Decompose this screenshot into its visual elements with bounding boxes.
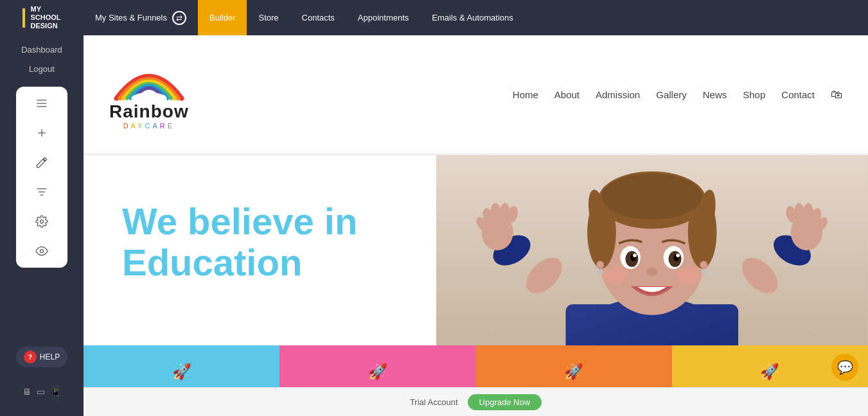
swap-icon: ⇄ bbox=[172, 11, 186, 25]
mobile-icon[interactable]: 📱 bbox=[50, 386, 61, 397]
rainbow-logo-image bbox=[111, 60, 188, 101]
site-header: Rainbow DAYCARE Home About Admission Gal… bbox=[84, 35, 868, 154]
app-logo-text: MYSCHOOLDESIGN bbox=[31, 5, 61, 31]
hero-headline: We believe in Education bbox=[122, 201, 357, 283]
site-nav-shop[interactable]: Shop bbox=[743, 89, 765, 100]
nav-contacts[interactable]: Contacts bbox=[290, 0, 346, 35]
rocket-icon-1: 🚀 bbox=[172, 363, 191, 381]
nav-store-label: Store bbox=[258, 13, 278, 22]
hero-headline-line2: Education bbox=[122, 241, 302, 283]
site-nav-news[interactable]: News bbox=[703, 89, 727, 100]
nav-store[interactable]: Store bbox=[247, 0, 290, 35]
device-switcher: 🖥 ▭ 📱 bbox=[16, 380, 67, 403]
svg-point-44 bbox=[633, 254, 637, 257]
tool-panel bbox=[16, 87, 67, 268]
left-sidebar: Dashboard Logout bbox=[0, 35, 84, 416]
svg-point-50 bbox=[598, 269, 603, 275]
site-nav-gallery[interactable]: Gallery bbox=[656, 89, 687, 100]
site-navigation: Home About Admission Gallery News Shop C… bbox=[513, 88, 842, 101]
svg-point-8 bbox=[40, 220, 44, 223]
hero-headline-line1: We believe in bbox=[122, 200, 357, 242]
svg-point-48 bbox=[677, 267, 702, 284]
app-logo: MYSCHOOLDESIGN bbox=[0, 0, 84, 35]
help-button[interactable]: ? HELP bbox=[16, 347, 67, 367]
brand-name: Rainbow bbox=[109, 101, 189, 122]
tablet-icon[interactable]: ▭ bbox=[37, 386, 45, 397]
chat-icon: 💬 bbox=[837, 360, 853, 375]
child-illustration bbox=[436, 155, 868, 345]
upgrade-button[interactable]: Upgrade Now bbox=[468, 394, 542, 410]
site-nav-admission[interactable]: Admission bbox=[596, 89, 640, 100]
rocket-icon-3: 🚀 bbox=[564, 363, 583, 381]
add-icon[interactable] bbox=[33, 124, 51, 142]
svg-point-49 bbox=[597, 261, 604, 268]
hero-text: We believe in Education bbox=[122, 201, 357, 283]
rocket-icon-4: 🚀 bbox=[760, 363, 779, 381]
nav-emails[interactable]: Emails & Automations bbox=[420, 0, 524, 35]
main-layout: Dashboard Logout bbox=[0, 35, 868, 416]
nav-contacts-label: Contacts bbox=[302, 13, 335, 22]
nav-appointments[interactable]: Appointments bbox=[346, 0, 421, 35]
desktop-icon[interactable]: 🖥 bbox=[22, 386, 31, 397]
svg-point-46 bbox=[646, 268, 658, 276]
svg-point-47 bbox=[602, 267, 628, 284]
chat-bubble[interactable]: 💬 bbox=[831, 354, 858, 381]
preview-icon[interactable] bbox=[33, 242, 51, 260]
status-bar: Trial Account Upgrade Now bbox=[84, 387, 868, 416]
filter-icon[interactable] bbox=[33, 183, 51, 201]
hero-image bbox=[436, 155, 868, 345]
help-icon: ? bbox=[24, 351, 37, 363]
nav-emails-label: Emails & Automations bbox=[432, 13, 513, 22]
canvas-area: Rainbow DAYCARE Home About Admission Gal… bbox=[84, 35, 868, 416]
site-logo: Rainbow DAYCARE bbox=[109, 60, 189, 130]
help-label: HELP bbox=[40, 352, 60, 361]
top-navigation-bar: MYSCHOOLDESIGN My Sites & Funnels ⇄ Buil… bbox=[0, 0, 868, 35]
settings-icon[interactable] bbox=[33, 212, 51, 230]
logout-link[interactable]: Logout bbox=[26, 61, 58, 77]
svg-point-52 bbox=[701, 269, 707, 275]
nav-builder-label: Builder bbox=[209, 13, 235, 22]
svg-point-9 bbox=[40, 250, 44, 253]
site-nav-home[interactable]: Home bbox=[513, 89, 538, 100]
top-nav-items: My Sites & Funnels ⇄ Builder Store Conta… bbox=[84, 0, 868, 35]
nav-my-sites-label: My Sites & Funnels bbox=[95, 13, 167, 22]
trial-label: Trial Account bbox=[410, 397, 458, 407]
svg-point-35 bbox=[602, 173, 703, 220]
site-nav-about[interactable]: About bbox=[554, 89, 580, 100]
svg-point-51 bbox=[700, 261, 707, 268]
menu-icon[interactable] bbox=[33, 94, 51, 112]
edit-icon[interactable] bbox=[33, 153, 51, 171]
hero-section: We believe in Education bbox=[84, 155, 868, 345]
svg-point-45 bbox=[677, 254, 680, 257]
dashboard-link[interactable]: Dashboard bbox=[18, 42, 66, 58]
nav-appointments-label: Appointments bbox=[358, 13, 409, 22]
rocket-icon-2: 🚀 bbox=[368, 363, 387, 381]
site-nav-contact[interactable]: Contact bbox=[781, 89, 815, 100]
brand-sub: DAYCARE bbox=[123, 122, 175, 130]
nav-builder[interactable]: Builder bbox=[198, 0, 247, 35]
nav-my-sites[interactable]: My Sites & Funnels ⇄ bbox=[84, 0, 198, 35]
cart-icon[interactable]: 🛍 bbox=[831, 88, 842, 101]
